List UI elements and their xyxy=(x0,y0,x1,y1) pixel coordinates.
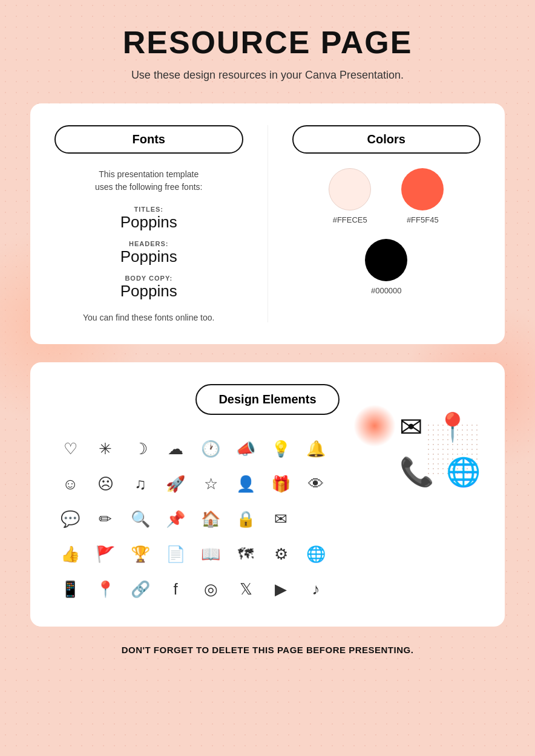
design-elements-card: Design Elements ♡ ✳ ☽ ☁ 🕐 📣 💡 🔔 ☺ ☹ ♫ xyxy=(30,362,505,627)
fonts-description: This presentation template uses the foll… xyxy=(54,168,243,194)
color-swatch-light: #FFECE5 xyxy=(329,168,371,224)
icon-pencil: ✏ xyxy=(90,503,121,535)
icon-clock: 🕐 xyxy=(195,433,226,464)
footer-note: DON'T FORGET TO DELETE THIS PAGE BEFORE … xyxy=(30,645,505,655)
page-title: RESOURCE PAGE xyxy=(30,24,505,60)
icon-instagram: ◎ xyxy=(195,573,226,605)
icon-bell: 🔔 xyxy=(300,433,332,464)
icon-map: 🗺 xyxy=(230,538,261,570)
color-hex-orange: #FF5F45 xyxy=(401,215,444,224)
icon-twitter: 𝕏 xyxy=(230,573,261,605)
icon-music: ♫ xyxy=(125,468,156,500)
font-row-titles: TITLES: Poppins xyxy=(54,206,243,232)
big-icon-location: 📍 xyxy=(435,411,470,443)
icon-eye: 👁 xyxy=(300,468,332,500)
icon-flag: 🚩 xyxy=(90,538,121,570)
colors-header: Colors xyxy=(292,125,481,154)
icon-megaphone: 📣 xyxy=(230,433,261,464)
icon-search: 🔍 xyxy=(125,503,156,535)
icon-person: 👤 xyxy=(230,468,261,500)
fonts-colors-card: Fonts This presentation template uses th… xyxy=(30,103,505,344)
icon-trophy: 🏆 xyxy=(125,538,156,570)
icon-facebook: f xyxy=(160,573,191,605)
font-label-body: BODY COPY: xyxy=(54,275,243,282)
icon-gear: ⚙ xyxy=(265,538,297,570)
icon-phone: 📱 xyxy=(54,573,86,605)
icon-cloud: ☁ xyxy=(160,433,191,464)
icon-gift: 🎁 xyxy=(265,468,297,500)
icons-row-4: 👍 🚩 🏆 📄 📖 🗺 ⚙ 🌐 xyxy=(54,538,481,570)
big-icon-phone-signal: 📞 xyxy=(399,455,434,488)
big-icon-mail: ✉ xyxy=(399,411,423,443)
icon-star: ☆ xyxy=(195,468,226,500)
icon-chat: 💬 xyxy=(54,503,86,535)
icon-sun: ✳ xyxy=(90,433,121,464)
icon-share: 🔗 xyxy=(125,573,156,605)
icon-youtube: ▶ xyxy=(265,573,297,605)
color-circle-light xyxy=(329,168,371,210)
color-swatch-orange: #FF5F45 xyxy=(401,168,444,224)
icon-moon: ☽ xyxy=(125,433,156,464)
icon-sad: ☹ xyxy=(90,468,121,500)
icon-location: 📍 xyxy=(90,573,121,605)
icon-smiley: ☺ xyxy=(54,468,86,500)
font-name-headers: Poppins xyxy=(54,247,243,266)
fonts-header: Fonts xyxy=(54,125,243,154)
icon-document: 📄 xyxy=(160,538,191,570)
font-label-headers: HEADERS: xyxy=(54,240,243,247)
icon-tiktok: ♪ xyxy=(300,573,332,605)
font-row-headers: HEADERS: Poppins xyxy=(54,240,243,266)
color-swatches-bottom-row: #000000 xyxy=(292,239,481,295)
icon-heart: ♡ xyxy=(54,433,86,464)
color-swatches-top-row: #FFECE5 #FF5F45 xyxy=(292,168,481,224)
icon-rocket: 🚀 xyxy=(160,468,191,500)
font-row-body: BODY COPY: Poppins xyxy=(54,275,243,301)
right-icons-row-2: 📞 🌐 xyxy=(399,455,481,488)
font-name-body: Poppins xyxy=(54,282,243,301)
color-circle-black xyxy=(365,239,407,281)
icon-home: 🏠 xyxy=(195,503,226,535)
right-icons-row-1: ✉ 📍 xyxy=(399,411,481,443)
big-icon-globe2: 🌐 xyxy=(446,455,481,488)
blob-orange-decoration xyxy=(353,405,396,447)
color-circle-orange xyxy=(401,168,444,210)
color-hex-black: #000000 xyxy=(365,286,407,295)
design-elements-header: Design Elements xyxy=(195,384,339,415)
font-name-titles: Poppins xyxy=(54,213,243,232)
icon-thumbsup: 👍 xyxy=(54,538,86,570)
icon-lock: 🔒 xyxy=(230,503,261,535)
font-label-titles: TITLES: xyxy=(54,206,243,213)
icon-pin: 📌 xyxy=(160,503,191,535)
fonts-section: Fonts This presentation template uses th… xyxy=(54,125,268,322)
colors-section: Colors #FFECE5 #FF5F45 #000000 xyxy=(268,125,481,322)
page-subtitle: Use these design resources in your Canva… xyxy=(30,69,505,82)
icons-row-3: 💬 ✏ 🔍 📌 🏠 🔒 ✉ xyxy=(54,503,481,535)
fonts-note: You can find these fonts online too. xyxy=(54,313,243,322)
icon-globe: 🌐 xyxy=(300,538,332,570)
color-swatch-black: #000000 xyxy=(365,239,407,295)
icon-book: 📖 xyxy=(195,538,226,570)
icons-row-5: 📱 📍 🔗 f ◎ 𝕏 ▶ ♪ xyxy=(54,573,481,605)
icon-envelope: ✉ xyxy=(265,503,297,535)
icon-lightbulb: 💡 xyxy=(265,433,297,464)
right-icons-group: ✉ 📍 📞 🌐 xyxy=(399,411,481,488)
color-hex-light: #FFECE5 xyxy=(329,215,371,224)
